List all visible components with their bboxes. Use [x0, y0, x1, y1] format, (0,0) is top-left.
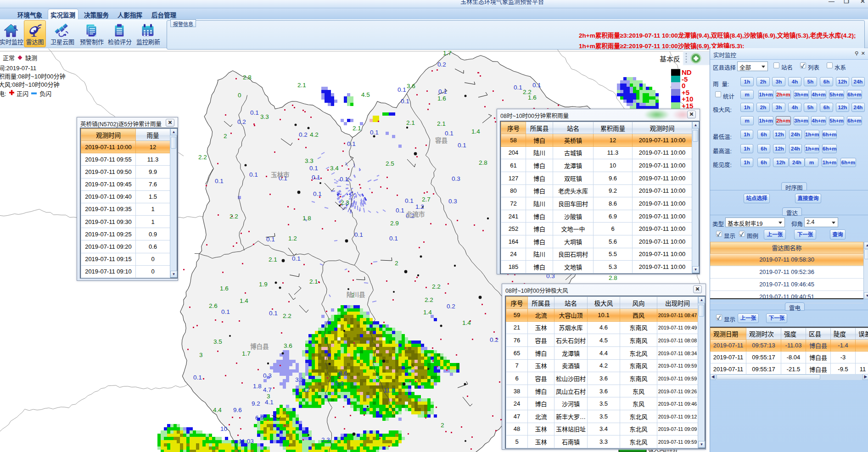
svg-text:0.1: 0.1	[340, 176, 348, 183]
svg-text:0.1: 0.1	[370, 129, 379, 136]
svg-text:0.1: 0.1	[401, 98, 409, 105]
svg-text:0.3: 0.3	[263, 372, 272, 379]
svg-text:0.1: 0.1	[215, 178, 224, 184]
svg-text:11.3: 11.3	[384, 387, 395, 394]
svg-text:4.5: 4.5	[361, 91, 370, 98]
svg-text:0.1: 0.1	[438, 88, 447, 95]
svg-text:0.1: 0.1	[458, 142, 466, 149]
svg-text:3.3: 3.3	[260, 113, 269, 120]
svg-text:5.3: 5.3	[335, 380, 344, 387]
svg-text:1.4: 1.4	[462, 319, 471, 326]
svg-text:0.2: 0.2	[299, 131, 308, 138]
svg-text:2: 2	[441, 422, 444, 429]
svg-text:积雨量:08时~10时00分钟: 积雨量:08时~10时00分钟	[0, 73, 66, 80]
svg-text:0.3: 0.3	[452, 175, 460, 182]
svg-text:1.2: 1.2	[415, 203, 424, 210]
svg-text:0.1: 0.1	[532, 82, 541, 89]
svg-text:玉林市: 玉林市	[271, 171, 290, 179]
svg-text:2.8: 2.8	[609, 274, 617, 281]
svg-text:2.1: 2.1	[353, 125, 361, 132]
svg-text:3.4: 3.4	[330, 165, 339, 172]
svg-text:基本反: 基本反	[660, 55, 680, 63]
svg-text:北流市: 北流市	[406, 211, 425, 218]
svg-text:0.1: 0.1	[389, 235, 398, 242]
svg-text:2.7: 2.7	[422, 196, 431, 203]
svg-text:缺测: 缺测	[25, 55, 37, 61]
svg-text:2.8: 2.8	[479, 159, 487, 166]
svg-text:0.1: 0.1	[405, 197, 414, 204]
svg-text:0.3: 0.3	[448, 198, 457, 205]
svg-text:9.6: 9.6	[233, 407, 242, 413]
svg-text:0.2: 0.2	[437, 61, 446, 68]
svg-text:2.1: 2.1	[297, 82, 306, 89]
svg-text:1.2: 1.2	[288, 235, 297, 242]
svg-text:正闪: 正闪	[17, 90, 28, 97]
svg-text:0.1: 0.1	[292, 255, 301, 262]
svg-text:2.2: 2.2	[523, 89, 532, 95]
svg-text:0.1: 0.1	[398, 86, 406, 93]
svg-text:8.6: 8.6	[339, 370, 347, 377]
svg-text:0.1: 0.1	[347, 140, 356, 147]
svg-text:+15: +15	[682, 102, 693, 110]
svg-text:2: 2	[395, 260, 398, 267]
svg-text:3.3: 3.3	[295, 376, 304, 383]
svg-text:6.9: 6.9	[255, 414, 264, 421]
svg-text:2.2: 2.2	[283, 312, 291, 319]
svg-text:0.1: 0.1	[193, 374, 202, 381]
svg-text:0.1: 0.1	[312, 174, 320, 181]
svg-text:2.9: 2.9	[390, 220, 399, 227]
svg-text:4.1: 4.1	[265, 399, 274, 406]
svg-text:0.1: 0.1	[396, 207, 404, 214]
svg-text:大风:08时~10时00分钟: 大风:08时~10时00分钟	[0, 81, 60, 88]
svg-text:2.2: 2.2	[425, 296, 433, 303]
svg-text:1.7: 1.7	[242, 350, 251, 357]
svg-text:2.2: 2.2	[432, 283, 441, 290]
svg-text:0.1: 0.1	[266, 236, 275, 243]
svg-text:0.1: 0.1	[250, 109, 259, 116]
svg-text:0.2: 0.2	[490, 336, 498, 343]
svg-text:2.3: 2.3	[341, 199, 349, 206]
svg-text:1.7: 1.7	[443, 50, 452, 56]
svg-text:2.1: 2.1	[309, 278, 318, 285]
svg-text:0.2: 0.2	[447, 303, 455, 310]
svg-text:1.9: 1.9	[259, 281, 268, 288]
svg-text:3: 3	[199, 352, 203, 358]
svg-text:容县: 容县	[435, 137, 448, 144]
svg-text:4.2: 4.2	[310, 131, 319, 138]
svg-text:正常: 正常	[3, 55, 15, 61]
svg-text:4.7: 4.7	[263, 386, 272, 393]
svg-text:2.2: 2.2	[230, 213, 238, 220]
svg-text:1.8: 1.8	[253, 383, 262, 390]
svg-text:1.8: 1.8	[302, 215, 311, 222]
svg-text:2: 2	[224, 133, 227, 140]
svg-text:1.6: 1.6	[437, 95, 446, 102]
svg-text:2.8: 2.8	[243, 74, 252, 81]
svg-text:0.1: 0.1	[221, 308, 230, 315]
svg-text:0.1: 0.1	[309, 165, 318, 172]
svg-text:0.1: 0.1	[514, 84, 522, 91]
svg-text:0: 0	[238, 92, 241, 99]
svg-text:2.5: 2.5	[386, 160, 394, 167]
svg-text:0.1: 0.1	[249, 171, 258, 178]
svg-text:0.1: 0.1	[313, 190, 322, 197]
svg-text:3.5: 3.5	[213, 338, 222, 345]
svg-text:3.6: 3.6	[284, 342, 292, 349]
svg-text:0.1: 0.1	[445, 130, 454, 137]
svg-text:负闪: 负闪	[39, 90, 51, 97]
svg-text:1.4: 1.4	[240, 297, 248, 304]
svg-text:2.6: 2.6	[209, 302, 218, 309]
svg-text:12: 12	[303, 386, 310, 393]
svg-text:1.6: 1.6	[220, 285, 229, 292]
svg-text:0.1: 0.1	[269, 310, 278, 317]
svg-text:2.1: 2.1	[437, 120, 446, 127]
svg-text:4.4: 4.4	[213, 407, 222, 413]
svg-text:陆川县: 陆川县	[347, 291, 365, 298]
svg-text:博白县: 博白县	[250, 343, 269, 350]
svg-text:2.2: 2.2	[198, 154, 207, 161]
svg-text:2.1: 2.1	[269, 256, 277, 263]
svg-text:2.1: 2.1	[406, 119, 415, 126]
svg-text:间:2019-07-11: 间:2019-07-11	[0, 65, 36, 72]
svg-text:0.1: 0.1	[354, 231, 363, 238]
svg-text:2.3: 2.3	[321, 436, 330, 443]
svg-text:1.4: 1.4	[423, 309, 432, 316]
